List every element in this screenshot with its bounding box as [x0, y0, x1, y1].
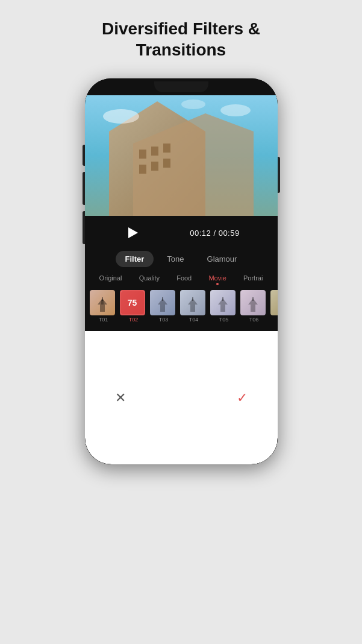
filter-t07-thumbnail	[270, 290, 278, 315]
play-button[interactable]	[122, 223, 142, 242]
phone-screen: 00:12 / 00:59 Filter Tone Glamour Origin…	[85, 78, 278, 464]
svg-point-10	[220, 104, 251, 116]
tab-filter[interactable]: Filter	[116, 251, 154, 267]
svg-rect-4	[151, 147, 158, 156]
bottom-bar: ✕ ✓	[85, 331, 278, 464]
svg-rect-22	[220, 305, 225, 312]
filter-t03[interactable]: T03	[150, 290, 178, 323]
svg-rect-6	[139, 165, 146, 174]
svg-rect-3	[139, 150, 146, 159]
filter-t03-thumbnail	[150, 290, 175, 315]
tab-glamour[interactable]: Glamour	[198, 251, 247, 267]
church-icon-t05	[216, 296, 230, 313]
filter-t04[interactable]: T04	[180, 290, 208, 323]
svg-rect-7	[151, 162, 158, 171]
svg-rect-8	[163, 159, 170, 168]
notch-bar	[85, 78, 278, 95]
filter-t04-label: T04	[180, 317, 208, 323]
filter-t06-thumbnail	[240, 290, 266, 315]
church-icon-t03	[155, 296, 170, 313]
category-movie[interactable]: Movie	[206, 273, 228, 286]
svg-rect-18	[162, 297, 163, 301]
filter-t02-thumbnail: 75	[120, 290, 145, 315]
cancel-button[interactable]: ✕	[115, 390, 126, 406]
filter-t05-label: T05	[210, 317, 238, 323]
svg-point-11	[181, 99, 205, 109]
svg-rect-21	[192, 297, 193, 301]
filter-t02-value: 75	[121, 291, 144, 314]
svg-rect-24	[222, 297, 223, 301]
filter-categories: Original Quality Food Movie Portrai	[85, 273, 278, 286]
playback-row: 00:12 / 00:59	[85, 223, 278, 242]
filter-t02[interactable]: 75 T02	[120, 290, 148, 323]
filter-t01-label: T01	[90, 317, 117, 323]
category-food[interactable]: Food	[174, 273, 194, 286]
svg-rect-5	[163, 144, 170, 153]
tab-bar: Filter Tone Glamour	[116, 251, 247, 267]
filter-t06-label: T06	[240, 317, 268, 323]
volume-down-button	[83, 211, 85, 244]
svg-rect-16	[160, 305, 165, 312]
svg-rect-25	[251, 305, 255, 312]
building-illustration	[85, 95, 278, 216]
svg-rect-19	[190, 305, 195, 312]
video-preview	[85, 95, 278, 216]
tab-tone[interactable]: Tone	[157, 251, 193, 267]
page-title: Diversified Filters &Transitions	[102, 18, 260, 60]
filter-t07-label: T07	[270, 317, 278, 323]
filter-t01-thumbnail	[90, 290, 115, 315]
filter-t02-label: T02	[120, 317, 148, 323]
church-icon-t04	[186, 296, 200, 313]
notch	[154, 81, 208, 92]
filter-t05[interactable]: T05	[210, 290, 238, 323]
category-quality[interactable]: Quality	[137, 273, 162, 286]
svg-rect-27	[252, 297, 254, 301]
filter-t04-thumbnail	[180, 290, 205, 315]
church-icon-t06	[246, 296, 260, 313]
confirm-button[interactable]: ✓	[237, 390, 248, 406]
category-portrait[interactable]: Portrai	[241, 273, 265, 286]
filter-t01[interactable]: T01	[90, 290, 117, 323]
play-icon	[128, 227, 138, 238]
filter-t06[interactable]: T06	[240, 290, 268, 323]
power-button	[278, 157, 280, 193]
phone-frame: 00:12 / 00:59 Filter Tone Glamour Origin…	[85, 78, 278, 464]
church-icon-t01	[95, 296, 110, 313]
svg-rect-12	[100, 305, 105, 312]
phone-mockup: 00:12 / 00:59 Filter Tone Glamour Origin…	[85, 78, 278, 464]
active-category-dot	[216, 283, 219, 285]
filter-strip: T01 75 T02	[85, 290, 278, 323]
controls-area: 00:12 / 00:59 Filter Tone Glamour Origin…	[85, 216, 278, 331]
svg-point-9	[103, 109, 139, 124]
filter-t07[interactable]: T07	[270, 290, 278, 323]
church-icon-t07	[276, 296, 278, 313]
filter-t03-label: T03	[150, 317, 178, 323]
svg-rect-15	[102, 297, 103, 301]
category-original[interactable]: Original	[97, 273, 125, 286]
time-display: 00:12 / 00:59	[190, 229, 239, 238]
filter-t05-thumbnail	[210, 290, 236, 315]
